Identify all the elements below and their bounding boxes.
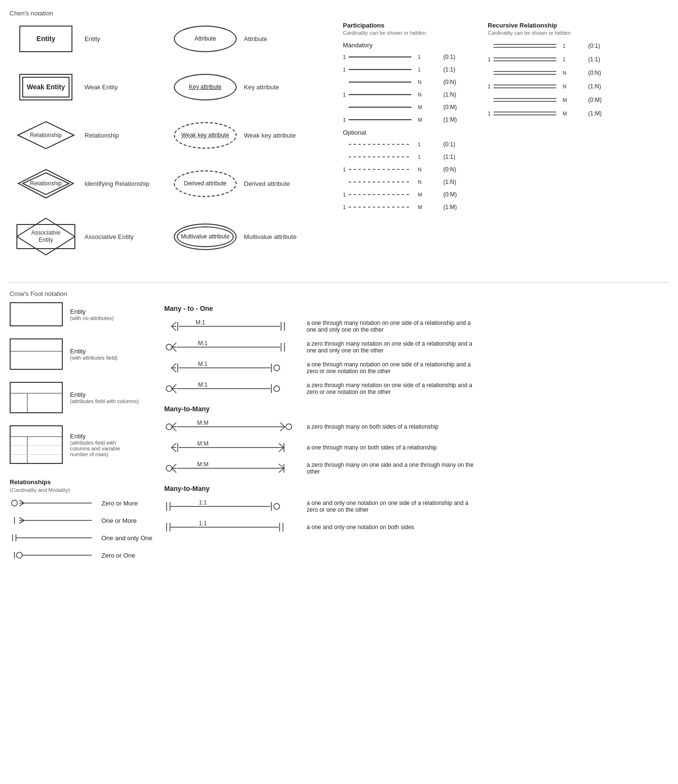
crow-entity-with-attr-sublabel: (with attributes field) bbox=[70, 355, 117, 361]
opt-participation-row-1M: 1 M (1:M) bbox=[343, 203, 478, 211]
part-line-1M: M bbox=[349, 115, 424, 124]
weak-entity-text: Weak Entity bbox=[27, 83, 65, 91]
relationships-sublabel: (Cardinality and Modality) bbox=[10, 487, 155, 493]
opt-part-left-1M: 1 bbox=[343, 204, 349, 210]
11-row-1: 1:1 a one and only one notation on one s… bbox=[164, 500, 668, 513]
rec-line-0M: M bbox=[494, 96, 568, 104]
rec-notation-1M: (1:M) bbox=[588, 110, 602, 117]
svg-text:1: 1 bbox=[418, 54, 421, 60]
svg-text:M:1: M:1 bbox=[198, 382, 208, 388]
crow-row-item-2 bbox=[11, 446, 62, 454]
crow-entity-col-left bbox=[11, 393, 28, 412]
legend-one-and-only-one: One and only One bbox=[10, 532, 155, 543]
weak-key-attribute-label: Weak key attribute bbox=[241, 132, 314, 139]
opt-part-notation-1M: (1:M) bbox=[443, 204, 457, 210]
attribute-text: Attribute bbox=[195, 35, 216, 42]
chens-title: Chen's notation bbox=[10, 10, 668, 17]
attribute-shape: Attribute bbox=[169, 26, 241, 52]
multivalue-attribute-row: Multivalue attribute Multivalue attribut… bbox=[169, 215, 333, 258]
crows-section: Crow's Foot notation Entity (with no att… bbox=[10, 282, 668, 567]
svg-line-77 bbox=[172, 343, 176, 347]
svg-line-78 bbox=[172, 347, 176, 351]
m1-row-4: M:1 a zero through many notation on one … bbox=[164, 382, 668, 395]
weak-key-attribute-row: Weak key attribute Weak key attribute bbox=[169, 118, 333, 152]
main-container: Chen's notation Entity Entity bbox=[10, 10, 668, 567]
rec-line-1M: M bbox=[494, 109, 568, 118]
opt-participation-row-1N: N (1:N) bbox=[343, 178, 478, 186]
part-left-1N: 1 bbox=[343, 92, 349, 98]
zero-or-one-label: Zero or One bbox=[101, 552, 135, 559]
weak-key-attribute-shape: Weak key attribute bbox=[169, 122, 241, 149]
weak-key-attribute-ellipse: Weak key attribute bbox=[174, 122, 237, 149]
associative-entity-row: Associative Entity Associative Entity bbox=[10, 215, 164, 258]
svg-line-114 bbox=[171, 443, 176, 448]
svg-line-104 bbox=[172, 422, 176, 427]
multivalue-attribute-text: Multivalue attribute bbox=[181, 233, 230, 240]
svg-text:Relationship: Relationship bbox=[30, 132, 62, 139]
attribute-label: Attribute bbox=[241, 35, 314, 42]
m1-desc-3: a one through many notation on one side … bbox=[307, 361, 476, 375]
svg-point-142 bbox=[274, 504, 280, 509]
participations-title: Participations bbox=[343, 22, 478, 29]
svg-point-103 bbox=[166, 424, 172, 430]
svg-text:M:1: M:1 bbox=[198, 340, 208, 347]
svg-line-96 bbox=[172, 389, 176, 393]
rec-notation-11: (1:1) bbox=[588, 56, 600, 63]
crow-entity-rows-text: Entity bbox=[70, 433, 133, 440]
mm-diagram-3: M:M bbox=[164, 462, 299, 475]
zero-or-more-label: Zero or More bbox=[101, 500, 138, 507]
svg-text:M: M bbox=[418, 204, 422, 210]
rec-line-11: 1 bbox=[494, 55, 568, 64]
svg-text:1: 1 bbox=[563, 43, 565, 49]
part-line-01: 1 bbox=[349, 53, 424, 61]
weak-entity-shape: Weak Entity bbox=[10, 74, 82, 100]
legend-zero-or-one: Zero or One bbox=[10, 550, 155, 560]
participation-row-11: 1 1 (1:1) bbox=[343, 65, 478, 74]
svg-line-52 bbox=[19, 500, 24, 503]
crow-entity-col-body bbox=[11, 393, 62, 412]
part-line-0M: M bbox=[349, 103, 424, 112]
svg-text:1:1: 1:1 bbox=[199, 520, 207, 527]
part-notation-0N: (0:N) bbox=[443, 79, 456, 85]
svg-point-51 bbox=[12, 500, 17, 506]
crow-row-col-right-3 bbox=[28, 455, 62, 463]
weak-key-attribute-text: Weak key attribute bbox=[181, 132, 229, 139]
m1-row-3: M:1 a one through many notation on one s… bbox=[164, 361, 668, 375]
svg-text:M: M bbox=[563, 97, 567, 103]
rec-row-01: 1 (0:1) bbox=[488, 42, 623, 50]
svg-line-133 bbox=[279, 468, 284, 473]
svg-line-122 bbox=[279, 448, 284, 452]
rec-notation-1N: (1:N) bbox=[588, 83, 601, 90]
opt-part-notation-1N: (1:N) bbox=[443, 179, 456, 185]
svg-text:M: M bbox=[563, 111, 567, 116]
11-diagram-2: 1:1 bbox=[164, 520, 299, 534]
svg-line-127 bbox=[172, 468, 176, 473]
part-notation-0M: (0:M) bbox=[443, 104, 457, 111]
svg-text:N: N bbox=[418, 92, 422, 98]
crow-row-col-left-1 bbox=[11, 437, 28, 445]
crow-entity-header bbox=[11, 339, 62, 351]
mm-desc-1: a zero through many on both sides of a r… bbox=[307, 423, 438, 430]
part-notation-1N: (1:N) bbox=[443, 91, 456, 98]
mm-row-1: M:M a zero through many on both sides of… bbox=[164, 420, 668, 434]
opt-participation-row-0M: 1 M (0:M) bbox=[343, 190, 478, 199]
relationships-legend: Relationships (Cardinality and Modality) bbox=[10, 478, 155, 560]
identifying-relationship-row: Relationship Identifying Relationship bbox=[10, 167, 164, 200]
crow-entity-no-attr-text: Entity bbox=[70, 308, 113, 315]
m1-diagram-1: M:1 bbox=[164, 320, 299, 333]
crow-entity-columns-row: Entity (attributes field with columns) bbox=[10, 382, 155, 413]
opt-part-left-0M: 1 bbox=[343, 192, 349, 197]
opt-part-notation-01: (0:1) bbox=[443, 141, 455, 148]
multivalue-attribute-ellipse: Multivalue attribute bbox=[174, 224, 237, 250]
11-diagram-1: 1:1 bbox=[164, 500, 299, 513]
part-left-1M: 1 bbox=[343, 117, 349, 123]
opt-participation-row-11: 1 (1:1) bbox=[343, 153, 478, 161]
multivalue-attribute-label: Multivalue attribute bbox=[241, 233, 314, 240]
rec-notation-0M: (0:M) bbox=[588, 97, 602, 103]
mm-diagram-2: M:M bbox=[164, 441, 299, 454]
crow-row-col-right-1 bbox=[28, 437, 62, 445]
rec-left-11: 1 bbox=[488, 56, 494, 62]
crow-entity-no-attr-row: Entity (with no attributes) bbox=[10, 302, 155, 326]
part-line-0N: N bbox=[349, 78, 424, 86]
crows-right-panel: Many - to - One M:1 bbox=[164, 302, 668, 567]
